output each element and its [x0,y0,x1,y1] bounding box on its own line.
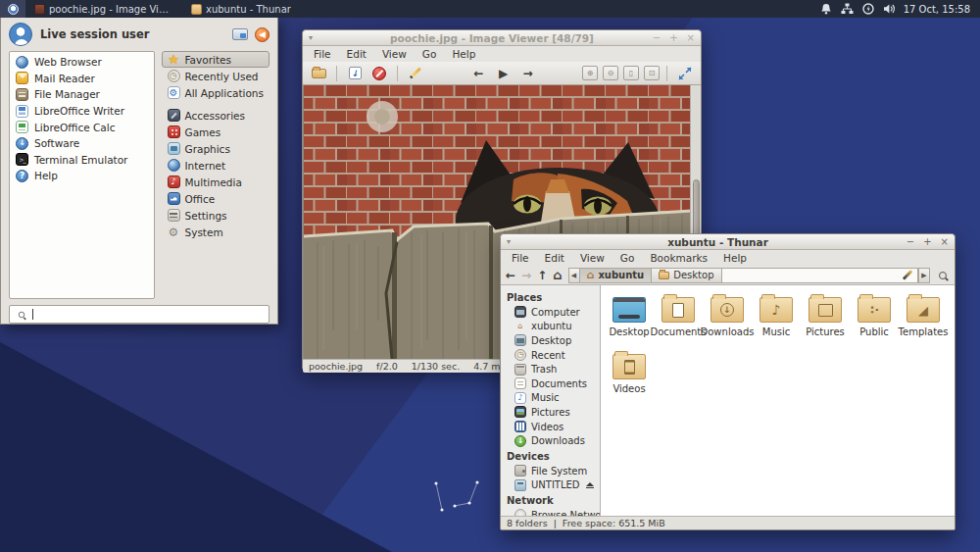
category-item[interactable]: Internet [162,157,270,174]
home-button[interactable] [553,268,562,282]
menu-app-item[interactable]: File Manager [12,86,152,103]
user-avatar[interactable] [9,23,32,46]
menu-item[interactable]: View [573,251,612,265]
edit-path-icon[interactable] [903,270,912,279]
folder-item[interactable]: Downloads [703,293,752,350]
network-icon[interactable] [841,3,854,15]
category-item[interactable]: Multimedia [162,174,270,190]
menu-item[interactable]: Help [445,47,482,61]
category-item[interactable]: All Applications [162,84,270,101]
path-entry-area[interactable] [722,268,919,283]
category-item[interactable]: Recently Used [162,68,270,84]
path-scroll-left-icon[interactable]: ◀ [568,268,580,283]
slideshow-button[interactable] [493,64,514,82]
iv-titlebar[interactable]: ▾ poochie.jpg - Image Viewer [48/79] − +… [303,30,701,46]
taskbar-button[interactable]: poochie.jpg - Image Viewer [... [25,0,182,18]
minimize-icon[interactable]: − [653,30,661,46]
back-button[interactable] [506,269,515,282]
taskbar-button[interactable]: xubuntu - Thunar [182,0,300,18]
menu-app-item[interactable]: LibreOffice Writer [12,103,152,120]
save-button[interactable] [344,64,366,82]
folder-item[interactable]: Templates [899,293,948,350]
menu-item[interactable]: View [375,47,414,61]
notifications-icon[interactable] [820,3,832,15]
sidebar-device-item[interactable]: File System [501,464,600,478]
whisker-menu: Live session user ◀ Web Browser Mail Rea… [0,18,278,325]
open-button[interactable] [308,64,329,82]
zoom-out-button[interactable] [603,66,618,80]
user-settings-icon[interactable] [232,28,248,40]
power-manager-icon[interactable] [862,3,874,15]
fullscreen-button[interactable] [674,64,696,82]
sidebar-place-item[interactable]: Desktop [501,333,600,348]
logout-button[interactable]: ◀ [255,27,270,42]
edit-button[interactable] [405,64,426,82]
minimize-icon[interactable]: − [906,234,914,250]
sidebar-place-item[interactable]: Computer [501,305,600,320]
next-image-button[interactable] [517,64,539,82]
menu-item[interactable]: File [307,47,338,61]
menu-item[interactable]: File [505,251,536,265]
folder-item[interactable]: Documents [654,293,703,350]
sidebar-place-item[interactable]: Videos [501,420,600,434]
path-button-xubuntu[interactable]: ⌂ xubuntu [580,268,653,283]
up-button[interactable] [537,269,547,282]
sidebar-place-item[interactable]: Pictures [501,405,600,420]
zoom-in-button[interactable] [582,66,598,80]
place-label: Documents [531,378,587,389]
menu-search-field[interactable] [9,305,270,324]
window-menu-icon[interactable]: ▾ [507,237,511,246]
thunar-titlebar[interactable]: ▾ xubuntu - Thunar − + × [501,234,955,250]
eject-icon[interactable] [586,482,594,489]
category-item[interactable]: Games [162,124,270,140]
menu-app-item[interactable]: Help [12,168,152,184]
sidebar-place-item[interactable]: Music [501,391,600,406]
folder-item[interactable]: Videos [605,350,654,407]
menu-app-item[interactable]: Terminal Emulator [12,152,152,169]
category-item[interactable]: Graphics [162,140,270,157]
sidebar-place-item[interactable]: Trash [501,362,600,376]
menu-app-item[interactable]: Web Browser [12,54,152,71]
folder-item[interactable]: Pictures [801,293,850,350]
sidebar-place-item[interactable]: Documents [501,376,600,391]
search-icon[interactable] [939,272,947,279]
folder-item[interactable]: Public [850,293,899,350]
category-item[interactable]: System [162,224,270,240]
zoom-fit-button[interactable] [644,66,660,80]
category-item[interactable]: Office [162,190,270,207]
path-button-desktop[interactable]: Desktop [652,268,721,283]
menu-item[interactable]: Help [716,251,754,265]
zoom-100-button[interactable] [623,66,639,80]
sidebar-place-item[interactable]: Recent [501,348,600,363]
window-menu-icon[interactable]: ▾ [309,33,313,42]
category-item[interactable]: Accessories [162,107,270,124]
maximize-icon[interactable]: + [923,234,931,250]
delete-button[interactable] [368,64,390,82]
place-icon [514,392,526,404]
sidebar-device-item[interactable]: UNTITLED [501,478,600,493]
sidebar-place-item[interactable]: xubuntu [501,320,600,334]
folder-item[interactable]: Desktop [605,293,654,350]
sidebar-network-item[interactable]: Browse Network [501,508,600,516]
menu-app-item[interactable]: Mail Reader [12,71,152,87]
menu-item[interactable]: Edit [340,47,373,61]
clock[interactable]: 17 Oct, 15:58 [904,0,980,18]
menu-app-item[interactable]: LibreOffice Calc [12,119,152,135]
category-item[interactable]: Favorites [162,51,270,68]
volume-icon[interactable] [883,3,896,15]
sidebar-place-item[interactable]: Downloads [501,433,600,448]
maximize-icon[interactable]: + [669,30,677,46]
whisker-menu-button[interactable] [0,0,25,18]
path-scroll-right-icon[interactable]: ▶ [918,268,930,283]
previous-image-button[interactable] [468,64,490,82]
category-item[interactable]: Settings [162,207,270,224]
close-icon[interactable]: × [687,30,695,46]
menu-item[interactable]: Go [416,47,444,61]
menu-item[interactable]: Go [613,251,642,265]
forward-button[interactable] [521,269,531,282]
menu-item[interactable]: Edit [538,251,571,265]
folder-item[interactable]: Music [752,293,801,350]
close-icon[interactable]: × [941,234,949,250]
menu-app-item[interactable]: Software [12,135,152,152]
menu-item[interactable]: Bookmarks [643,251,714,265]
